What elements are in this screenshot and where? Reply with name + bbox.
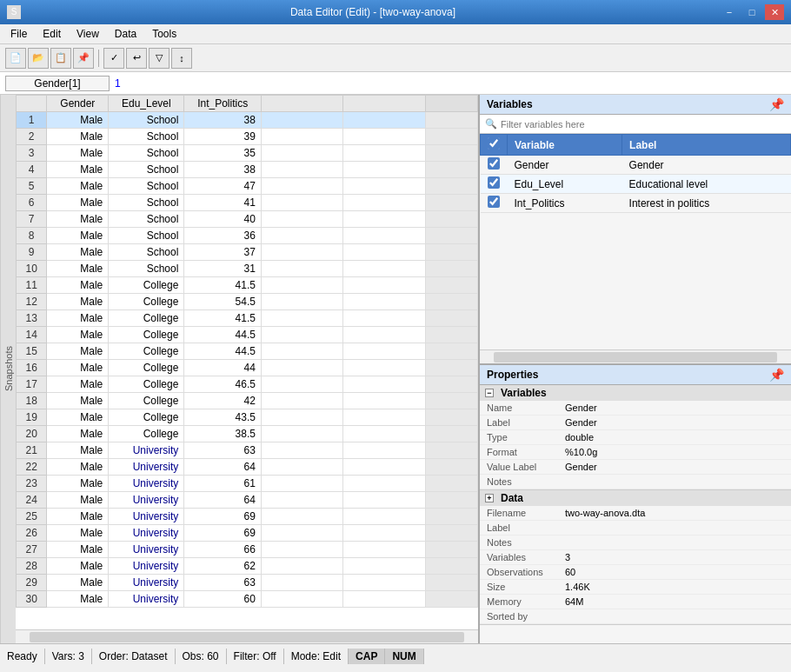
menu-edit[interactable]: Edit [36, 26, 68, 42]
table-row[interactable]: 21 Male University 63 [17, 442, 478, 459]
cell-int[interactable]: 47 [184, 178, 262, 195]
cell-edu[interactable]: University [109, 459, 184, 476]
col-header-gender[interactable]: Gender [47, 96, 109, 112]
cell-edu[interactable]: College [109, 376, 184, 393]
table-row[interactable]: 1 Male School 38 [17, 112, 478, 129]
minimize-button[interactable]: − [720, 4, 739, 20]
variables-panel-pin[interactable]: 📌 [769, 97, 784, 111]
cell-gender[interactable]: Male [47, 162, 109, 178]
cell-edu[interactable]: University [109, 558, 184, 575]
table-row[interactable]: 27 Male University 66 [17, 542, 478, 558]
cell-edu[interactable]: College [109, 393, 184, 409]
cell-int[interactable]: 35 [184, 145, 262, 162]
cell-int[interactable]: 44.5 [184, 343, 262, 360]
var-checkbox[interactable] [488, 196, 500, 208]
cell-int[interactable]: 69 [184, 525, 262, 542]
cell-edu[interactable]: School [109, 162, 184, 178]
table-row[interactable]: 3 Male School 35 [17, 145, 478, 162]
table-row[interactable]: 15 Male College 44.5 [17, 343, 478, 360]
toolbar-paste[interactable]: 📌 [73, 48, 94, 69]
cell-gender[interactable]: Male [47, 228, 109, 244]
table-row[interactable]: 17 Male College 46.5 [17, 376, 478, 393]
cell-edu[interactable]: College [109, 294, 184, 310]
cell-int[interactable]: 31 [184, 261, 262, 277]
var-row[interactable]: Int_Politics Interest in politics [481, 194, 791, 213]
cell-edu[interactable]: University [109, 591, 184, 608]
toolbar-open[interactable]: 📂 [28, 48, 49, 69]
cell-gender[interactable]: Male [47, 376, 109, 393]
cell-int[interactable]: 60 [184, 591, 262, 608]
var-checkbox[interactable] [488, 176, 500, 189]
cell-gender[interactable]: Male [47, 327, 109, 343]
collapse-data-icon[interactable]: + [485, 494, 494, 502]
cell-gender[interactable]: Male [47, 409, 109, 426]
table-row[interactable]: 24 Male University 64 [17, 492, 478, 509]
cell-edu[interactable]: School [109, 129, 184, 145]
table-row[interactable]: 30 Male University 60 [17, 591, 478, 608]
table-row[interactable]: 20 Male College 38.5 [17, 426, 478, 442]
var-checkbox[interactable] [488, 157, 500, 170]
cell-int[interactable]: 39 [184, 129, 262, 145]
cell-gender[interactable]: Male [47, 195, 109, 211]
cell-ref-name[interactable] [5, 76, 110, 91]
cell-gender[interactable]: Male [47, 244, 109, 261]
cell-gender[interactable]: Male [47, 509, 109, 525]
cell-int[interactable]: 63 [184, 575, 262, 591]
cell-edu[interactable]: College [109, 343, 184, 360]
toolbar-filter[interactable]: ▽ [149, 48, 170, 69]
cell-edu[interactable]: School [109, 261, 184, 277]
collapse-variables-icon[interactable]: − [485, 389, 494, 397]
table-row[interactable]: 23 Male University 61 [17, 476, 478, 492]
maximize-button[interactable]: □ [742, 4, 761, 20]
cell-int[interactable]: 44.5 [184, 327, 262, 343]
menu-file[interactable]: File [3, 26, 34, 42]
table-row[interactable]: 6 Male School 41 [17, 195, 478, 211]
table-row[interactable]: 10 Male School 31 [17, 261, 478, 277]
cell-gender[interactable]: Male [47, 112, 109, 129]
table-row[interactable]: 14 Male College 44.5 [17, 327, 478, 343]
cell-int[interactable]: 38.5 [184, 426, 262, 442]
close-button[interactable]: ✕ [765, 4, 784, 20]
cell-gender[interactable]: Male [47, 360, 109, 376]
cell-gender[interactable]: Male [47, 492, 109, 509]
table-row[interactable]: 13 Male College 41.5 [17, 310, 478, 327]
cell-edu[interactable]: College [109, 409, 184, 426]
cell-gender[interactable]: Male [47, 591, 109, 608]
cell-gender[interactable]: Male [47, 343, 109, 360]
table-row[interactable]: 29 Male University 63 [17, 575, 478, 591]
menu-data[interactable]: Data [108, 26, 143, 42]
menu-view[interactable]: View [70, 26, 106, 42]
table-row[interactable]: 19 Male College 43.5 [17, 409, 478, 426]
cell-edu[interactable]: College [109, 277, 184, 294]
cell-edu[interactable]: School [109, 195, 184, 211]
table-row[interactable]: 5 Male School 47 [17, 178, 478, 195]
table-row[interactable]: 9 Male School 37 [17, 244, 478, 261]
cell-gender[interactable]: Male [47, 393, 109, 409]
cell-edu[interactable]: University [109, 575, 184, 591]
table-row[interactable]: 4 Male School 38 [17, 162, 478, 178]
cell-int[interactable]: 38 [184, 112, 262, 129]
cell-int[interactable]: 42 [184, 393, 262, 409]
prop-section-data-header[interactable]: + Data [480, 490, 791, 506]
cell-gender[interactable]: Male [47, 261, 109, 277]
cell-edu[interactable]: School [109, 145, 184, 162]
cell-int[interactable]: 40 [184, 211, 262, 228]
menu-tools[interactable]: Tools [145, 26, 183, 42]
cell-gender[interactable]: Male [47, 294, 109, 310]
toolbar-undo[interactable]: ↩ [126, 48, 147, 69]
cell-int[interactable]: 43.5 [184, 409, 262, 426]
cell-gender[interactable]: Male [47, 277, 109, 294]
cell-gender[interactable]: Male [47, 211, 109, 228]
cell-edu[interactable]: School [109, 112, 184, 129]
cell-int[interactable]: 64 [184, 459, 262, 476]
table-row[interactable]: 7 Male School 40 [17, 211, 478, 228]
table-row[interactable]: 11 Male College 41.5 [17, 277, 478, 294]
cell-int[interactable]: 44 [184, 360, 262, 376]
h-scroll-data[interactable] [16, 629, 478, 643]
cell-gender[interactable]: Male [47, 575, 109, 591]
cell-gender[interactable]: Male [47, 145, 109, 162]
cell-int[interactable]: 41.5 [184, 277, 262, 294]
cell-edu[interactable]: College [109, 360, 184, 376]
cell-int[interactable]: 63 [184, 442, 262, 459]
prop-scroll[interactable]: − Variables Name Gender Label Gender Typ… [480, 385, 791, 643]
